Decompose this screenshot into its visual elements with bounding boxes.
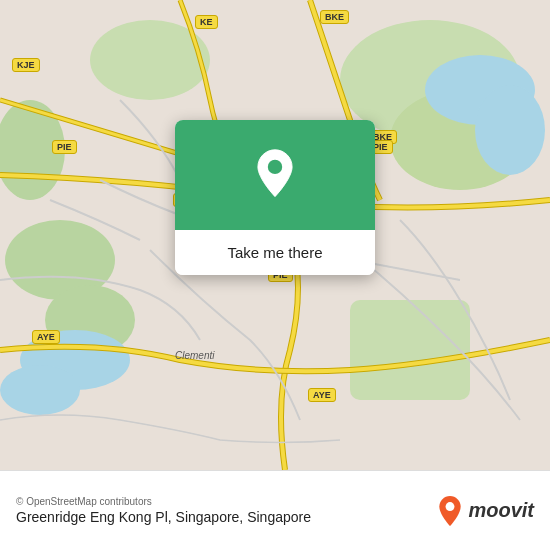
svg-point-14	[268, 160, 282, 174]
road-badge-aye1: AYE	[32, 330, 60, 344]
svg-point-15	[446, 502, 455, 511]
moovit-text: moovit	[468, 499, 534, 522]
svg-point-9	[475, 85, 545, 175]
road-badge-bke1: BKE	[320, 10, 349, 24]
road-badge-kje: KJE	[12, 58, 40, 72]
popup-green-header	[175, 120, 375, 230]
place-label-clementi: Clementi	[175, 350, 214, 361]
moovit-logo: moovit	[436, 495, 534, 527]
location-name: Greenridge Eng Kong Pl, Singapore, Singa…	[16, 509, 311, 525]
map-container: KE BKE BKE KJE PIE PI PIE PIE AYE AYE Cl…	[0, 0, 550, 470]
road-badge-ke: KE	[195, 15, 218, 29]
svg-rect-5	[350, 300, 470, 400]
popup-card: Take me there	[175, 120, 375, 275]
copyright-text: © OpenStreetMap contributors	[16, 496, 311, 507]
svg-point-11	[0, 365, 80, 415]
bottom-bar: © OpenStreetMap contributors Greenridge …	[0, 470, 550, 550]
take-me-there-button[interactable]: Take me there	[175, 230, 375, 275]
moovit-pin-icon	[436, 495, 464, 527]
location-pin-icon	[248, 148, 302, 202]
road-badge-aye2: AYE	[308, 388, 336, 402]
road-badge-pie1: PIE	[52, 140, 77, 154]
bottom-info: © OpenStreetMap contributors Greenridge …	[16, 496, 311, 525]
